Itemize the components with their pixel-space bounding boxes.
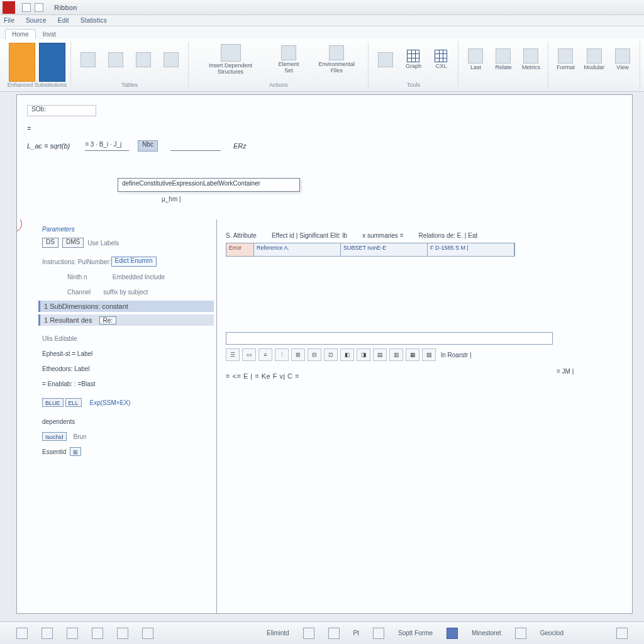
sectab-error[interactable]: Error: [226, 243, 254, 256]
group-label-sub: Substitutions: [35, 82, 67, 88]
colhead-rel: Relations de: E. | Eat: [418, 232, 477, 239]
ribbon-relate[interactable]: Relate: [491, 43, 515, 77]
status-icon-c[interactable]: [67, 628, 78, 639]
tbtn-7[interactable]: ⊡: [324, 348, 338, 361]
tbtn-1[interactable]: ☰: [226, 348, 240, 361]
ribbon-cxl[interactable]: CXL: [429, 43, 453, 77]
ribbon-blue-button[interactable]: [39, 43, 65, 82]
channel-label: Channel: [67, 289, 91, 296]
ribbon-view[interactable]: View: [611, 43, 635, 77]
embedded-label: Embedded Include: [113, 274, 165, 280]
menu-source[interactable]: Source: [26, 17, 47, 24]
tbtn-6[interactable]: ⊟: [308, 348, 321, 361]
nbc-selector[interactable]: Nbc: [138, 140, 158, 152]
status-bar: Elimintd Pt Soptt Forme Minestoret Geocl…: [0, 621, 644, 644]
tbtn-4[interactable]: ⋮: [275, 348, 289, 361]
sectab-fd[interactable]: F D-1585 S M |: [428, 243, 514, 256]
instructions-label: Instructions: PulNumber:: [42, 258, 111, 265]
status-pt: Pt: [353, 630, 359, 636]
status-icon-j[interactable]: [515, 628, 526, 639]
chip-dms[interactable]: DMS: [62, 238, 84, 248]
ribbon-elementset[interactable]: Element Set: [271, 43, 306, 77]
menu-file[interactable]: File: [4, 17, 14, 24]
eq2-label: = 3 · B_i · J_j: [85, 141, 129, 151]
colhead-effect: Effect id | Significant Elit: lb: [272, 232, 347, 239]
ribbon: Enhanced Substitutions Tables Insert Dep…: [0, 39, 644, 92]
ribbon-tool-a[interactable]: [374, 43, 397, 77]
tab-home[interactable]: Home: [5, 29, 36, 39]
status-icon-d[interactable]: [92, 628, 103, 639]
tbtn-13[interactable]: ▧: [422, 348, 436, 361]
ribbon-graph[interactable]: Graph: [401, 43, 425, 77]
status-icon-e[interactable]: [117, 628, 128, 639]
ribbon-modular[interactable]: Modular: [581, 43, 607, 77]
link-exp[interactable]: Exp(SSM×EX): [90, 399, 131, 406]
ribbon-btn-tbl4[interactable]: [159, 43, 183, 77]
tab-invst[interactable]: Invst: [36, 29, 63, 39]
ribbon-btn-tbl1[interactable]: [76, 43, 100, 77]
tbtn-5[interactable]: ⊞: [291, 348, 305, 361]
status-icon-table[interactable]: [447, 628, 458, 639]
ribbon-group-actions: Insert Dependent Structures Element Set …: [189, 42, 369, 89]
chip-eq-icon[interactable]: ⊞: [70, 447, 81, 456]
ninth-label: Ninth n: [67, 274, 87, 280]
edict-field[interactable]: Edict Enumrn: [111, 257, 157, 267]
ribbon-format[interactable]: Format: [553, 43, 577, 77]
ribbon-group-format: Format Modular View: [548, 42, 640, 89]
tbtn-8[interactable]: ◧: [340, 348, 354, 361]
menu-edit[interactable]: Edit: [58, 17, 69, 24]
group-label-enh: Enhanced: [8, 82, 33, 88]
ribbon-group-tables: Tables: [71, 42, 189, 89]
erz-label: ERz: [233, 142, 247, 150]
layout-icon[interactable]: [35, 3, 43, 12]
tbtn-3[interactable]: ≡: [258, 348, 272, 361]
group-label-tables: Tables: [71, 82, 188, 88]
status-icon-g[interactable]: [303, 628, 314, 639]
nav-selected-1[interactable]: 1 SubDimensions: constant: [38, 301, 214, 312]
canvas: SOb: = L_ac = sqrt(b) = 3 · B_i · J_j Nb…: [16, 94, 633, 614]
ln-roarstr: ln Roarstr |: [441, 352, 472, 358]
ribbon-metrics[interactable]: Metrics: [519, 43, 543, 77]
sectab-ref[interactable]: Reference A.: [254, 243, 341, 256]
heading-field[interactable]: SOb:: [27, 105, 96, 116]
ribbon-insert-structures[interactable]: Insert Dependent Structures: [194, 43, 267, 77]
status-icon-i[interactable]: [373, 628, 384, 639]
nav-selected-2[interactable]: 1 Resultant des Re:: [38, 314, 214, 326]
ribbon-group-views: Enhanced Substitutions: [4, 42, 71, 89]
content-pane: S. Attribute Effect id | Significant Eli…: [217, 219, 632, 613]
sel2-val[interactable]: Re:: [99, 316, 117, 325]
ribbon-last[interactable]: Last: [464, 43, 487, 77]
tbtn-10[interactable]: ▤: [373, 348, 387, 361]
ribbon-btn-tbl2[interactable]: [104, 43, 128, 77]
ribbon-orange-button[interactable]: [9, 43, 35, 82]
status-icon-end[interactable]: [616, 628, 628, 639]
group-label-actions: Actions: [189, 82, 368, 88]
tbtn-12[interactable]: ▦: [406, 348, 419, 361]
long-input-field[interactable]: [226, 332, 553, 345]
menu-statistics[interactable]: Statistics: [80, 17, 107, 24]
ribbon-environmental[interactable]: Environmental Files: [310, 43, 364, 77]
row-dependents: dependents: [42, 418, 75, 425]
status-icon-f[interactable]: [142, 628, 153, 639]
sectab-subset[interactable]: SUBSET nonE-E: [341, 243, 428, 256]
chip-ell[interactable]: ELL: [65, 398, 82, 407]
chip-ds[interactable]: DS: [42, 238, 58, 248]
chip-isochid[interactable]: Isochid: [42, 432, 67, 441]
uselabels: Use Labels: [87, 240, 119, 247]
essentid-label: Essentid: [42, 448, 66, 455]
group-label-tools: Tools: [369, 82, 458, 88]
app-icon[interactable]: [3, 1, 15, 14]
ribbon-btn-tbl3[interactable]: [131, 43, 155, 77]
status-icon-a[interactable]: [16, 628, 28, 639]
ribbon-group-opts: Last Relate Metrics: [458, 42, 548, 89]
tbtn-9[interactable]: ◨: [357, 348, 370, 361]
ribbon-group-tools: Graph CXL Tools: [369, 42, 458, 89]
status-icon-h[interactable]: [328, 628, 340, 639]
status-icon-b[interactable]: [42, 628, 53, 639]
chip-blue[interactable]: BLUE: [42, 398, 64, 407]
tbtn-2[interactable]: ▭: [242, 348, 256, 361]
section-tabs[interactable]: Error Reference A. SUBSET nonE-E F D-158…: [226, 243, 515, 257]
quickaccess-icon[interactable]: [22, 3, 31, 12]
sec-editable: Ulis Editable: [42, 335, 77, 342]
tbtn-11[interactable]: ▥: [389, 348, 403, 361]
